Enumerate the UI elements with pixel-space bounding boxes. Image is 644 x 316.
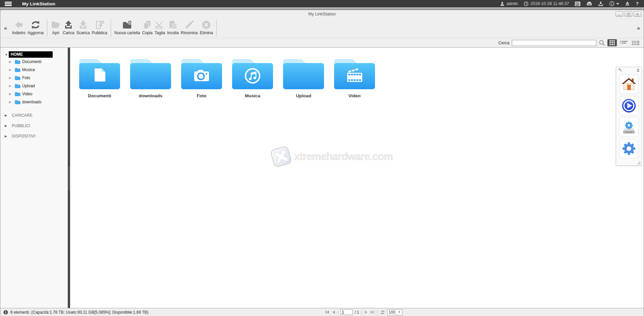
publish-button[interactable]: Pubblica <box>91 19 108 38</box>
paste-button[interactable]: Incolla <box>166 19 180 38</box>
restore-button[interactable] <box>625 11 632 17</box>
toolbar-group-edit: Nuova cartella Copia Taglia <box>111 18 216 38</box>
expander-right-icon[interactable]: ▶ <box>9 76 13 80</box>
plain-folder-icon <box>283 58 324 90</box>
new-folder-button[interactable]: Nuova cartella <box>113 19 141 38</box>
media-player-button[interactable] <box>619 96 639 115</box>
settings-button[interactable] <box>619 139 639 158</box>
panel-resize-handle[interactable] <box>616 160 642 165</box>
list-view-button[interactable] <box>619 39 629 46</box>
upload-button[interactable]: Carica <box>62 19 75 38</box>
expander-right-icon[interactable]: ▶ <box>5 135 9 138</box>
music-folder-icon <box>232 58 273 90</box>
expander-right-icon[interactable]: ▶ <box>9 100 13 104</box>
expander-down-icon[interactable]: ▼ <box>5 53 9 56</box>
topbar-right: admin 2016-10-28 11:46:37 <box>500 1 639 6</box>
download-tray-icon[interactable] <box>598 1 603 6</box>
download-button[interactable]: Scarica <box>75 19 91 38</box>
folder-item-downloads[interactable]: downloads <box>125 58 176 98</box>
restore-icon <box>627 13 630 15</box>
sidebar-item-dispositivi[interactable]: ▶ DISPOSITIVI <box>0 131 68 141</box>
search-input[interactable] <box>512 40 596 46</box>
next-page-icon <box>364 310 368 314</box>
user-icon <box>500 1 505 6</box>
status-bar: 6 elementi. (Capacità:1.78 TB; Usato:93.… <box>0 308 644 316</box>
back-button[interactable]: Indietro <box>11 19 26 38</box>
apps-grid-icon[interactable] <box>575 1 581 6</box>
status-text: 6 elementi. (Capacità:1.78 TB; Usato:93.… <box>10 310 149 315</box>
delete-button[interactable]: Elimina <box>199 19 214 38</box>
content-area: ▼ HOME ▶ Documenti ▶ Musica ▶ <box>0 48 644 308</box>
toolbar-scroll-right[interactable]: » <box>635 25 642 31</box>
folder-item-musica[interactable]: Musica <box>227 58 278 98</box>
status-info: 6 elementi. (Capacità:1.78 TB; Usato:93.… <box>3 310 149 315</box>
close-button[interactable]: ✕ <box>634 11 641 17</box>
sidebar-item-caricare[interactable]: ▶ CARICARE <box>0 110 68 120</box>
undock-arrow-icon[interactable] <box>618 68 622 72</box>
page-number-input[interactable] <box>340 309 353 315</box>
eject-icon[interactable] <box>625 1 630 6</box>
sidebar-splitter[interactable] <box>68 48 70 308</box>
cut-button[interactable]: Taglia <box>154 19 166 38</box>
menu-icon[interactable] <box>5 1 12 7</box>
pager-separator: | <box>361 310 362 315</box>
help-icon[interactable]: ? <box>636 1 639 6</box>
sidebar-item-pubblici[interactable]: ▶ PUBBLICI <box>0 120 68 131</box>
printer-icon[interactable] <box>586 1 592 6</box>
search-icon[interactable] <box>599 40 605 46</box>
sidebar-item-upload[interactable]: ▶ Upload <box>0 82 68 90</box>
collapse-icon[interactable] <box>636 68 640 72</box>
cut-icon <box>155 20 165 30</box>
sidebar-item-home[interactable]: ▼ HOME <box>0 51 68 58</box>
last-page-button[interactable] <box>370 310 375 314</box>
expander-right-icon[interactable]: ▶ <box>5 124 9 127</box>
window-titlebar[interactable]: My LinkStation – ✕ <box>0 10 644 18</box>
app-title: My LinkStation <box>22 1 55 6</box>
disk-settings-button[interactable] <box>619 117 639 137</box>
documents-folder-icon <box>79 58 120 90</box>
expander-right-icon[interactable]: ▶ <box>9 60 13 63</box>
upload-icon <box>63 20 73 30</box>
screen: My LinkStation admin 2016-10-28 11:46:37 <box>0 0 644 316</box>
folder-icon <box>15 84 20 88</box>
expander-right-icon[interactable]: ▶ <box>5 114 9 117</box>
expander-right-icon[interactable]: ▶ <box>9 84 13 88</box>
next-page-button[interactable] <box>364 310 368 314</box>
toolbar: « Indietro Aggiorna <box>0 18 644 38</box>
clock-display: 2016-10-28 11:46:37 <box>524 1 569 6</box>
rename-icon <box>184 20 194 30</box>
sidebar-tree: ▼ HOME ▶ Documenti ▶ Musica ▶ <box>0 48 68 308</box>
home-shortcut-button[interactable] <box>619 74 639 94</box>
prev-page-button[interactable] <box>331 310 335 314</box>
pager-refresh-button[interactable] <box>380 310 385 315</box>
open-folder-icon <box>51 20 61 30</box>
folder-item-upload[interactable]: Upload <box>278 58 329 98</box>
folder-item-video[interactable]: Video <box>329 58 380 98</box>
folder-item-foto[interactable]: Foto <box>176 58 227 98</box>
list-view-icon <box>620 41 628 45</box>
folder-item-documenti[interactable]: Documenti <box>74 58 125 98</box>
copy-button[interactable]: Copia <box>141 19 153 38</box>
sidebar-item-downloads[interactable]: ▶ downloads <box>0 98 68 106</box>
open-button[interactable]: Apri <box>50 19 62 38</box>
folder-icon <box>15 60 20 64</box>
info-menu[interactable] <box>609 1 619 6</box>
expander-right-icon[interactable]: ▶ <box>9 92 13 96</box>
prev-page-icon <box>331 310 335 314</box>
rename-button[interactable]: Rinomina <box>180 19 199 38</box>
folder-icon <box>15 100 20 104</box>
sidebar-item-documenti[interactable]: ▶ Documenti <box>0 58 68 66</box>
first-page-button[interactable] <box>325 310 329 314</box>
grid-view-button[interactable] <box>607 39 617 46</box>
sidebar-item-video[interactable]: ▶ Video <box>0 90 68 98</box>
sidebar-item-musica[interactable]: ▶ Musica <box>0 66 68 74</box>
details-view-button[interactable] <box>631 39 640 46</box>
expander-right-icon[interactable]: ▶ <box>9 68 13 71</box>
refresh-button[interactable]: Aggiorna <box>26 19 45 38</box>
sidebar-item-foto[interactable]: ▶ Foto <box>0 74 68 82</box>
toolbar-scroll-left[interactable]: « <box>2 25 9 31</box>
user-menu[interactable]: admin <box>500 1 518 6</box>
new-folder-icon <box>122 20 132 30</box>
minimize-button[interactable]: – <box>615 11 623 17</box>
page-size-select[interactable]: 100 ▼ <box>387 309 402 315</box>
